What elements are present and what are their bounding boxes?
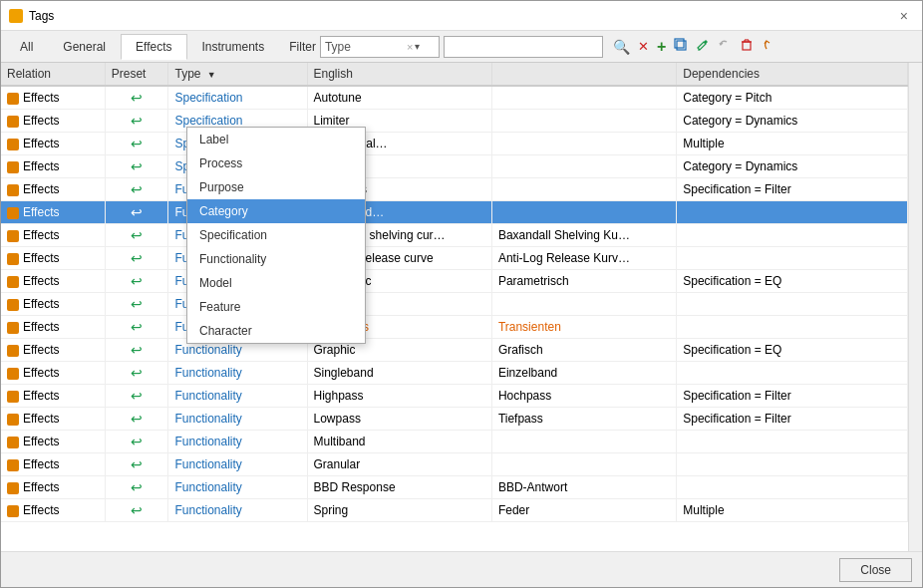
table-row[interactable]: Effects↩FunctionalityParametricParametri… (1, 270, 908, 293)
table-row[interactable]: Effects↩FunctionalityAnti-Log release cu… (1, 247, 908, 270)
svg-rect-1 (675, 39, 684, 48)
col-header-type[interactable]: Type ▼ (168, 63, 307, 86)
table-row[interactable]: Effects↩FunctionalityRoom mod… (1, 201, 908, 224)
dropdown-item-specification[interactable]: Specification (187, 223, 365, 247)
table-row[interactable]: Effects↩FunctionalityTransientsTransient… (1, 316, 908, 339)
filter-label: Filter (289, 40, 316, 54)
dropdown-item-feature[interactable]: Feature (187, 295, 365, 319)
cell-deps: Category = Pitch (677, 86, 908, 110)
add-button[interactable]: + (655, 36, 668, 58)
svg-rect-3 (743, 42, 751, 50)
app-icon (9, 9, 23, 23)
dropdown-item-purpose[interactable]: Purpose (187, 175, 365, 199)
filter-input[interactable] (325, 40, 405, 54)
cell-relation: Effects (1, 293, 105, 316)
cell-relation: Effects (1, 224, 105, 247)
cell-preset: ↩ (105, 385, 168, 408)
cell-lang: Einzelband (491, 362, 676, 385)
cell-preset: ↩ (105, 86, 168, 110)
table-row[interactable]: Effects↩FunctionalitySpringFederMultiple (1, 499, 908, 522)
cell-preset: ↩ (105, 270, 168, 293)
table-row[interactable]: Effects↩SpecificationDuckingCategory = D… (1, 155, 908, 178)
cell-lang: Grafisch (491, 339, 676, 362)
table-container[interactable]: Relation Preset Type ▼ English (1, 63, 908, 551)
dropdown-item-process[interactable]: Process (187, 151, 365, 175)
table-row[interactable]: Effects↩FunctionalityMultiband (1, 431, 908, 453)
table-row[interactable]: Effects↩FunctionalityBBD ResponseBBD-Ant… (1, 476, 908, 499)
cell-lang (491, 293, 676, 316)
cell-lang (491, 453, 676, 476)
cell-lang: Tiefpass (491, 408, 676, 431)
table-row[interactable]: Effects↩FunctionalityLowpassTiefpassSpec… (1, 408, 908, 431)
cell-lang (491, 431, 676, 453)
dropdown-item-label[interactable]: Label (187, 128, 365, 151)
col-header-relation: Relation (1, 63, 105, 86)
tab-instruments[interactable]: Instruments (187, 34, 280, 60)
dropdown-item-functionality[interactable]: Functionality (187, 247, 365, 271)
footer: Close (1, 551, 922, 587)
cell-english: Lowpass (307, 408, 491, 431)
cell-english: Spring (307, 499, 491, 522)
tab-general[interactable]: General (48, 34, 121, 60)
cell-deps: Specification = EQ (677, 270, 908, 293)
cell-relation: Effects (1, 408, 105, 431)
table-row[interactable]: Effects↩FunctionalityGranular (1, 453, 908, 476)
cell-lang: Feder (491, 499, 676, 522)
cell-preset: ↩ (105, 178, 168, 201)
tab-effects[interactable]: Effects (121, 34, 186, 60)
delete-button[interactable] (738, 36, 756, 57)
cell-deps: Specification = Filter (677, 178, 908, 201)
cell-deps (677, 224, 908, 247)
search-button[interactable]: 🔍 (611, 37, 632, 57)
cell-lang: Baxandall Shelving Ku… (491, 224, 676, 247)
dropdown-item-character[interactable]: Character (187, 319, 365, 343)
table-row[interactable]: Effects↩SpecificationAutotuneCategory = … (1, 86, 908, 110)
cell-relation: Effects (1, 476, 105, 499)
cell-type: Functionality (168, 408, 307, 431)
cell-lang (491, 201, 676, 224)
edit-button[interactable] (694, 36, 712, 57)
cancel-button[interactable]: ✕ (636, 37, 651, 56)
table-row[interactable]: Effects↩SpecificationLimiterCategory = D… (1, 110, 908, 133)
cell-type: Functionality (168, 431, 307, 453)
table-row[interactable]: Effects↩FunctionalityBaxandall shelving … (1, 224, 908, 247)
back-button[interactable] (760, 36, 777, 57)
cell-relation: Effects (1, 201, 105, 224)
filter-dropdown-icon[interactable]: ▾ (415, 41, 420, 52)
cell-preset: ↩ (105, 133, 168, 155)
scrollbar-track[interactable] (908, 63, 922, 551)
cell-relation: Effects (1, 453, 105, 476)
table-row[interactable]: Effects↩FunctionalityHighpassHochpassSpe… (1, 385, 908, 408)
window-close-button[interactable]: × (894, 6, 914, 26)
table-row[interactable]: Effects↩FunctionalityGraphicGrafischSpec… (1, 339, 908, 362)
tab-all[interactable]: All (5, 34, 48, 60)
table-header-row: Relation Preset Type ▼ English (1, 63, 908, 86)
search-input[interactable] (449, 40, 598, 54)
cell-preset: ↩ (105, 293, 168, 316)
cell-type: Functionality (168, 499, 307, 522)
filter-input-wrap[interactable]: × ▾ (320, 36, 440, 58)
cell-preset: ↩ (105, 431, 168, 453)
copy-button[interactable] (672, 36, 690, 57)
search-input-wrap[interactable] (444, 36, 603, 58)
cell-type: Functionality (168, 385, 307, 408)
close-button[interactable]: Close (839, 558, 912, 582)
cell-deps: Category = Dynamics (677, 155, 908, 178)
cell-english: Singleband (307, 362, 491, 385)
cell-deps: Multiple (677, 133, 908, 155)
table-row[interactable]: Effects↩FunctionalityBandpassSpecificati… (1, 178, 908, 201)
table-row[interactable]: Effects↩FunctionalitySinglebandEinzelban… (1, 362, 908, 385)
dropdown-item-category[interactable]: Category (187, 199, 365, 223)
cell-lang: Hochpass (491, 385, 676, 408)
cell-lang (491, 155, 676, 178)
cell-relation: Effects (1, 270, 105, 293)
table-row[interactable]: Effects↩SpecificationStereo Anal…Multipl… (1, 133, 908, 155)
table-row[interactable]: Effects↩FunctionalitySidechain (1, 293, 908, 316)
cell-deps: Specification = EQ (677, 339, 908, 362)
cell-preset: ↩ (105, 155, 168, 178)
filter-clear-icon[interactable]: × (407, 41, 413, 53)
undo-button[interactable] (716, 36, 734, 57)
cell-deps (677, 293, 908, 316)
col-header-english: English (307, 63, 491, 86)
dropdown-item-model[interactable]: Model (187, 271, 365, 295)
